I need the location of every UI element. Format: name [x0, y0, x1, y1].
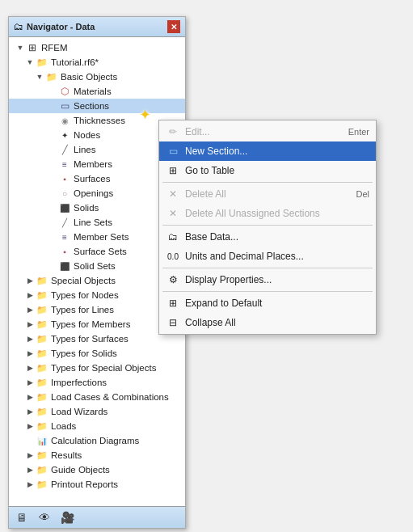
- solids-icon: ⬛: [58, 201, 71, 214]
- tree-item-loadwizards[interactable]: ▶ 📁 Load Wizards: [9, 404, 185, 419]
- membersets-label: Member Sets: [74, 232, 129, 242]
- tree-item-loadcases[interactable]: ▶ 📁 Load Cases & Combinations: [9, 390, 185, 404]
- separator-2: [162, 225, 373, 226]
- separator-1: [162, 182, 373, 183]
- printout-label: Printout Reports: [51, 479, 118, 489]
- basicobjects-label: Basic Objects: [61, 72, 117, 82]
- expander-rfem[interactable]: ▼: [15, 43, 25, 53]
- calcdiagrams-icon: 📊: [36, 434, 48, 447]
- surfacesets-icon: ▪: [58, 245, 71, 258]
- menu-item-units[interactable]: 0.0 Units and Decimal Places...: [159, 247, 376, 266]
- monitor-icon[interactable]: 🖥: [14, 509, 30, 526]
- expander-basicobjects[interactable]: ▼: [35, 72, 44, 82]
- calcdiagrams-label: Calculation Diagrams: [51, 436, 139, 445]
- surfaces-icon: ▪: [58, 172, 71, 185]
- nodes-icon: ✦: [58, 129, 71, 141]
- tree-item-sections[interactable]: ▭ Sections: [9, 99, 185, 113]
- eye-icon[interactable]: 👁: [36, 509, 53, 526]
- surfacesets-label: Surface Sets: [74, 247, 127, 256]
- thicknesses-label: Thicknesses: [74, 116, 125, 125]
- thicknesses-icon: ◉: [58, 114, 71, 127]
- linesets-icon: ╱: [58, 216, 71, 229]
- tree-item-typesforspecial[interactable]: ▶ 📁 Types for Special Objects: [9, 361, 185, 375]
- menu-item-basedata[interactable]: 🗂 Base Data...: [159, 227, 376, 247]
- solidsets-label: Solid Sets: [74, 261, 116, 271]
- linesets-label: Line Sets: [74, 217, 112, 227]
- separator-4: [162, 291, 373, 292]
- typesfornodes-icon: 📁: [36, 289, 48, 302]
- imperfections-label: Imperfections: [51, 378, 107, 387]
- results-label: Results: [51, 450, 82, 460]
- separator-3: [162, 268, 373, 268]
- title-bar: 🗂 Navigator - Data ✕: [9, 17, 185, 37]
- expander-tutorial[interactable]: ▼: [25, 57, 35, 67]
- window-icon: 🗂: [14, 21, 23, 32]
- loadwizards-label: Load Wizards: [51, 407, 107, 416]
- materials-label: Materials: [74, 87, 112, 96]
- typesfornodes-label: Types for Nodes: [51, 290, 119, 300]
- results-icon: 📁: [36, 449, 48, 462]
- basedata-icon: 🗂: [166, 230, 180, 244]
- lines-label: Lines: [74, 145, 96, 154]
- solids-label: Solids: [74, 203, 99, 213]
- menu-item-deleteall[interactable]: ✕ Delete All Del: [159, 184, 376, 204]
- tree-item-rfem[interactable]: ▼ ⊞ RFEM: [9, 40, 185, 55]
- deleteall-shortcut: Del: [356, 189, 369, 199]
- menu-item-collapseall[interactable]: ⊟ Collapse All: [159, 313, 376, 332]
- menu-item-edit[interactable]: ✏ Edit... Enter: [159, 122, 376, 141]
- displayprops-icon: ⚙: [166, 272, 180, 287]
- newsection-icon: ▭: [166, 144, 180, 158]
- deleteall-label: Delete All: [185, 188, 351, 200]
- sections-label: Sections: [74, 101, 109, 111]
- members-label: Members: [74, 159, 112, 169]
- typesforspecial-icon: 📁: [36, 361, 48, 374]
- menu-item-displayprops[interactable]: ⚙ Display Properties...: [159, 270, 376, 289]
- tree-item-materials[interactable]: ⬡ Materials: [9, 84, 185, 99]
- deleteunassigned-label: Delete All Unassigned Sections: [185, 208, 369, 219]
- specialobjects-label: Special Objects: [51, 276, 116, 285]
- deleteall-icon: ✕: [166, 187, 180, 201]
- loads-label: Loads: [51, 421, 76, 431]
- deleteunassigned-icon: ✕: [166, 206, 180, 221]
- tree-item-results[interactable]: ▶ 📁 Results: [9, 448, 185, 462]
- tree-item-calcdiagrams[interactable]: 📊 Calculation Diagrams: [9, 433, 185, 448]
- tree-item-basicobjects[interactable]: ▼ 📁 Basic Objects: [9, 70, 185, 84]
- tree-item-tutorial[interactable]: ▼ 📁 Tutorial.rf6*: [9, 55, 185, 70]
- tree-item-loads[interactable]: ▶ 📁 Loads: [9, 419, 185, 433]
- materials-icon: ⬡: [58, 85, 71, 98]
- tree-item-typesforsolids[interactable]: ▶ 📁 Types for Solids: [9, 346, 185, 361]
- membersets-icon: ≡: [58, 230, 71, 243]
- expander-materials: [49, 87, 57, 96]
- loadcases-icon: 📁: [36, 391, 48, 403]
- guideobjects-icon: 📁: [36, 463, 48, 476]
- expander-specialobjects[interactable]: ▶: [25, 276, 35, 285]
- edit-icon: ✏: [166, 125, 180, 139]
- collapseall-icon: ⊟: [166, 315, 180, 330]
- rfem-label: RFEM: [41, 43, 68, 53]
- menu-item-expanddefault[interactable]: ⊞ Expand to Default: [159, 293, 376, 313]
- collapseall-label: Collapse All: [185, 317, 369, 328]
- typesforsurfaces-icon: 📁: [36, 332, 48, 345]
- typesforsurfaces-label: Types for Surfaces: [51, 334, 129, 344]
- imperfections-icon: 📁: [36, 376, 48, 389]
- printout-icon: 📁: [36, 478, 48, 491]
- basicobjects-folder-icon: 📁: [45, 70, 58, 83]
- bottom-bar: 🖥 👁 🎥: [9, 506, 185, 528]
- menu-item-deleteunassigned[interactable]: ✕ Delete All Unassigned Sections: [159, 204, 376, 223]
- tree-item-printout[interactable]: ▶ 📁 Printout Reports: [9, 477, 185, 492]
- gotable-icon: ⊞: [166, 163, 180, 178]
- edit-shortcut: Enter: [348, 127, 369, 137]
- camera-icon[interactable]: 🎥: [59, 509, 75, 526]
- rfem-icon: ⊞: [26, 41, 39, 54]
- sections-icon: ▭: [58, 99, 71, 112]
- tree-item-imperfections[interactable]: ▶ 📁 Imperfections: [9, 375, 185, 390]
- typesforsolids-icon: 📁: [36, 347, 48, 360]
- openings-label: Openings: [74, 188, 113, 198]
- tutorial-folder-icon: 📁: [36, 56, 48, 69]
- menu-item-gotable[interactable]: ⊞ Go to Table: [159, 161, 376, 180]
- close-button[interactable]: ✕: [167, 20, 180, 33]
- typesforspecial-label: Types for Special Objects: [51, 363, 156, 373]
- menu-item-newsection[interactable]: ▭ New Section...: [159, 141, 376, 161]
- loads-icon: 📁: [36, 420, 48, 433]
- tree-item-guideobjects[interactable]: ▶ 📁 Guide Objects: [9, 462, 185, 477]
